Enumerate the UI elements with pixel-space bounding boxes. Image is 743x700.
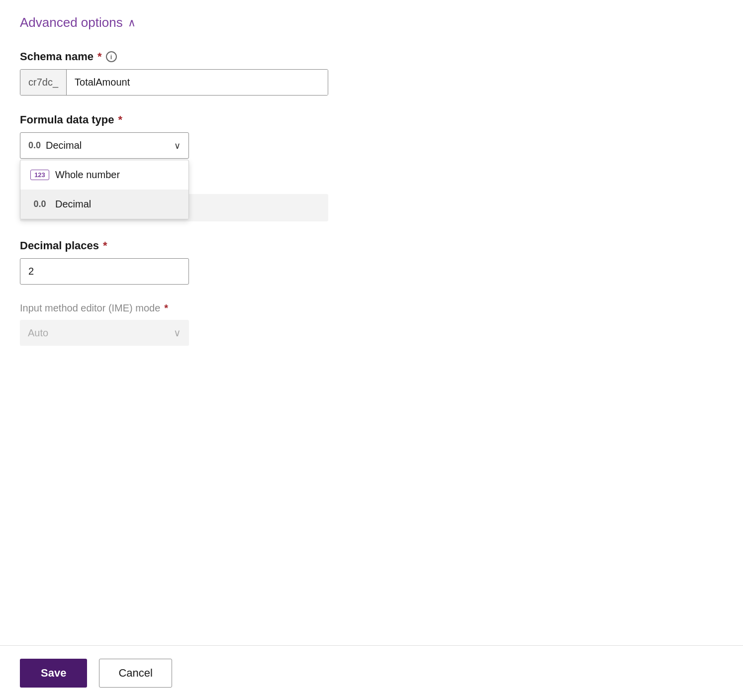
schema-name-label: Schema name * i <box>20 50 403 63</box>
schema-name-required: * <box>97 50 102 63</box>
decimal-selected-icon: 0.0 <box>28 140 41 151</box>
formula-data-type-selected[interactable]: 0.0 Decimal ∨ <box>20 132 189 159</box>
decimal-places-required: * <box>103 239 107 252</box>
advanced-options-section[interactable]: Advanced options ∧ <box>20 15 403 30</box>
formula-data-type-chevron-icon: ∨ <box>174 140 181 151</box>
decimal-places-label: Decimal places * <box>20 239 403 252</box>
advanced-options-label: Advanced options <box>20 15 123 30</box>
ime-mode-value: Auto <box>28 327 48 339</box>
schema-name-section: Schema name * i cr7dc_ <box>20 50 403 96</box>
formula-data-type-selected-label: Decimal <box>46 140 82 151</box>
ime-mode-section: Input method editor (IME) mode * Auto ∨ <box>20 302 403 346</box>
advanced-options-chevron-icon: ∧ <box>128 17 136 28</box>
dropdown-option-decimal[interactable]: 0.0 Decimal <box>20 190 188 219</box>
whole-number-label: Whole number <box>55 169 120 181</box>
schema-name-info-icon[interactable]: i <box>106 51 117 62</box>
ime-mode-chevron-icon: ∨ <box>174 327 181 339</box>
cancel-button[interactable]: Cancel <box>99 659 172 688</box>
formula-data-type-required: * <box>118 113 122 126</box>
whole-number-icon: 123 <box>30 170 49 180</box>
dropdown-option-whole-number[interactable]: 123 Whole number <box>20 160 188 190</box>
action-bar: Save Cancel <box>0 645 743 700</box>
formula-data-type-menu: 123 Whole number 0.0 Decimal <box>20 160 189 219</box>
ime-mode-dropdown[interactable]: Auto ∨ <box>20 320 189 346</box>
formula-data-type-dropdown[interactable]: 0.0 Decimal ∨ 123 Whole number 0.0 Decim… <box>20 132 189 159</box>
formula-data-type-label: Formula data type * <box>20 113 403 126</box>
decimal-places-input[interactable] <box>20 258 189 285</box>
formula-data-type-section: Formula data type * 0.0 Decimal ∨ 123 Wh… <box>20 113 403 159</box>
decimal-places-section: Decimal places * <box>20 239 403 285</box>
ime-mode-required: * <box>164 302 168 314</box>
schema-name-input[interactable] <box>67 70 328 95</box>
schema-name-prefix: cr7dc_ <box>20 70 67 95</box>
schema-name-input-wrapper: cr7dc_ <box>20 69 328 96</box>
decimal-option-icon: 0.0 <box>30 199 49 209</box>
ime-mode-label: Input method editor (IME) mode * <box>20 302 403 314</box>
save-button[interactable]: Save <box>20 659 87 688</box>
decimal-label: Decimal <box>55 199 91 210</box>
